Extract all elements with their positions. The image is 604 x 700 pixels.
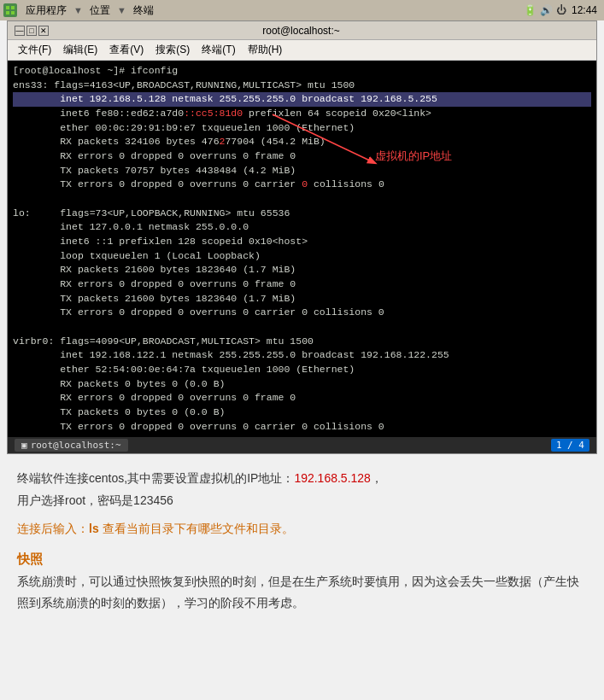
terminal-title: root@localhost:~ <box>49 25 554 37</box>
svg-rect-3 <box>11 11 15 15</box>
virbr0-rx-errors: RX errors 0 dropped 0 overruns 0 frame 0 <box>13 391 591 405</box>
help-menu[interactable]: 帮助(H) <box>243 42 288 58</box>
virbr0-inet: inet 192.168.122.1 netmask 255.255.255.0… <box>13 348 591 363</box>
statusbar-tab[interactable]: ▣ root@localhost:~ <box>15 439 128 452</box>
statusbar-page: 1 / 4 <box>551 439 589 452</box>
power-icon: ⏻ <box>556 4 566 16</box>
terminal-menubar: 文件(F) 编辑(E) 查看(V) 搜索(S) 终端(T) 帮助(H) <box>8 40 596 61</box>
blank-line1 <box>13 192 591 207</box>
view-menu[interactable]: 查看(V) <box>104 42 149 58</box>
command-paragraph: 连接后输入：ls 查看当前目录下有哪些文件和目录。 <box>17 518 587 540</box>
lo-rx-errors: RX errors 0 dropped 0 overruns 0 frame 0 <box>13 277 591 292</box>
terminal-icon: ▣ <box>21 440 27 451</box>
file-menu[interactable]: 文件(F) <box>13 42 56 58</box>
terminal-window: — □ ✕ root@localhost:~ 文件(F) 编辑(E) 查看(V)… <box>7 20 597 454</box>
lo-tx-packets: TX packets 21600 bytes 1823640 (1.7 MiB) <box>13 292 591 306</box>
snapshot-content: 系统崩溃时，可以通过快照恢复到快照的时刻，但是在生产系统时要慎用，因为这会丢失一… <box>17 571 587 614</box>
inet6-line: inet6 fe80::ed62:a7d0::cc5:81d0 prefixle… <box>13 107 591 121</box>
lo-rx-packets: RX packets 21600 bytes 1823640 (1.7 MiB) <box>13 263 591 277</box>
virbr0-tx-errors: TX errors 0 dropped 0 overruns 0 carrier… <box>13 420 591 435</box>
command-desc: 查看当前目录下有哪些文件和目录。 <box>99 522 294 535</box>
intro-text-1: 终端软件连接centos,其中需要设置虚拟机的IP地址： <box>17 471 294 485</box>
command-prefix: 连接后输入： <box>17 522 89 535</box>
app-icon <box>3 3 17 17</box>
lo-inet: inet 127.0.0.1 netmask 255.0.0.0 <box>13 220 591 235</box>
app-menu[interactable]: 应用程序 <box>21 2 72 20</box>
terminal-statusbar: ▣ root@localhost:~ 1 / 4 <box>8 437 596 453</box>
ip-address: 192.168.5.128 <box>294 471 371 485</box>
snapshot-section: 快照 系统崩溃时，可以通过快照恢复到快照的时刻，但是在生产系统时要慎用，因为这会… <box>17 551 587 614</box>
system-icons: 🔋 🔊 ⏻ <box>524 4 566 16</box>
rx-errors: RX errors 0 dropped 0 overruns 0 frame 0 <box>13 149 591 164</box>
intro-text-3: 用户选择root，密码是123456 <box>17 493 173 507</box>
terminal-titlebar: — □ ✕ root@localhost:~ <box>8 21 596 40</box>
window-close[interactable]: ✕ <box>38 26 49 36</box>
terminal-wrapper: [root@localhost ~]# ifconfig ens33: flag… <box>8 61 596 437</box>
inet-highlight: inet 192.168.5.128 netmask 255.255.255.0… <box>13 92 591 107</box>
lo-tx-errors: TX errors 0 dropped 0 overruns 0 carrier… <box>13 306 591 320</box>
intro-text-2: ， <box>371 471 383 485</box>
location-menu[interactable]: 位置 <box>85 2 115 20</box>
tx-errors: TX errors 0 dropped 0 overruns 0 carrier… <box>13 178 591 192</box>
terminal-menu[interactable]: 终端 <box>128 2 159 20</box>
search-menu[interactable]: 搜索(S) <box>150 42 195 58</box>
intro-paragraph: 终端软件连接centos,其中需要设置虚拟机的IP地址：192.168.5.12… <box>17 468 587 510</box>
tx-packets: TX packets 70757 bytes 4438484 (4.2 MiB) <box>13 164 591 178</box>
svg-rect-0 <box>6 6 9 9</box>
window-maximize[interactable]: □ <box>26 26 37 36</box>
clock: 12:44 <box>568 4 601 16</box>
battery-icon: 🔋 <box>524 4 537 16</box>
terminal-submenu[interactable]: 终端(T) <box>196 42 240 58</box>
window-buttons: — □ ✕ <box>15 26 49 36</box>
cmd-line: [root@localhost ~]# ifconfig <box>13 64 591 79</box>
terminal-body[interactable]: [root@localhost ~]# ifconfig ens33: flag… <box>8 61 596 437</box>
statusbar-tab-label: root@localhost:~ <box>31 440 121 451</box>
svg-rect-1 <box>11 6 15 9</box>
volume-icon: 🔊 <box>540 4 553 16</box>
virbr0-tx-packets: TX packets 0 bytes 0 (0.0 B) <box>13 405 591 420</box>
top-menubar: 应用程序 ▼ 位置 ▼ 终端 🔋 🔊 ⏻ 12:44 <box>0 0 604 20</box>
virbr0-header: virbr0: flags=4099<UP,BROADCAST,MULTICAS… <box>13 335 591 349</box>
window-minimize[interactable]: — <box>15 26 25 36</box>
virbr0-ether: ether 52:54:00:0e:64:7a txqueuelen 1000 … <box>13 363 591 377</box>
edit-menu[interactable]: 编辑(E) <box>58 42 103 58</box>
ether-line: ether 00:0c:29:91:b9:e7 txqueuelen 1000 … <box>13 121 591 136</box>
lo-loop: loop txqueuelen 1 (Local Loopback) <box>13 249 591 264</box>
ls-command: ls <box>89 522 99 535</box>
rx-packets: RX packets 324106 bytes 476277904 (454.2… <box>13 135 591 149</box>
lo-inet6: inet6 ::1 prefixlen 128 scopeid 0x10<hos… <box>13 235 591 249</box>
ens33-header: ens33: flags=4163<UP,BROADCAST,RUNNING,M… <box>13 79 591 93</box>
blank-line2 <box>13 320 591 335</box>
content-section: 终端软件连接centos,其中需要设置虚拟机的IP地址：192.168.5.12… <box>0 454 604 622</box>
svg-rect-2 <box>6 11 9 15</box>
lo-header: lo: flags=73<UP,LOOPBACK,RUNNING> mtu 65… <box>13 207 591 221</box>
snapshot-title: 快照 <box>17 551 587 568</box>
virbr0-rx-packets: RX packets 0 bytes 0 (0.0 B) <box>13 377 591 392</box>
